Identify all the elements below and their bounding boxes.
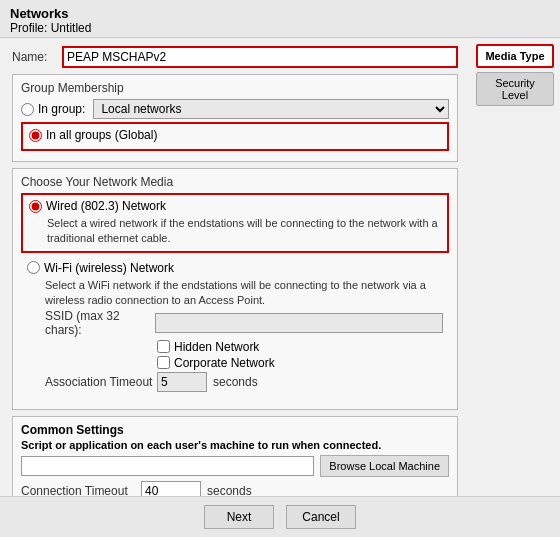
wifi-radio[interactable]: [27, 261, 40, 274]
subtitle-label: Profile:: [10, 21, 47, 35]
script-row: Browse Local Machine: [21, 455, 449, 477]
window-header: Networks Profile: Untitled: [0, 0, 560, 38]
wired-description: Select a wired network if the endstation…: [47, 216, 441, 247]
ssid-input[interactable]: [155, 313, 443, 333]
association-timeout-row: Association Timeout seconds: [45, 372, 443, 392]
wifi-option-box: Wi-Fi (wireless) Network Select a WiFi n…: [21, 257, 449, 399]
connection-timeout-row: Connection Timeout seconds: [21, 481, 449, 496]
ssid-label: SSID (max 32 chars):: [45, 309, 155, 337]
connection-timeout-input[interactable]: [141, 481, 201, 496]
common-settings-box: Common Settings Script or application on…: [12, 416, 458, 496]
media-type-tab[interactable]: Media Type: [476, 44, 554, 68]
in-group-radio[interactable]: [21, 103, 34, 116]
hidden-network-label: Hidden Network: [174, 340, 259, 354]
networks-window: Networks Profile: Untitled Name: Group M…: [0, 0, 560, 537]
wifi-label: Wi-Fi (wireless) Network: [44, 261, 174, 275]
next-button[interactable]: Next: [204, 505, 274, 529]
right-panel: Media Type Security Level: [470, 38, 560, 496]
hidden-network-checkbox[interactable]: [157, 340, 170, 353]
wifi-radio-row: Wi-Fi (wireless) Network: [27, 261, 443, 275]
name-input[interactable]: [62, 46, 458, 68]
subtitle-value: Untitled: [51, 21, 92, 35]
common-settings-title: Common Settings: [21, 423, 449, 437]
all-groups-box: In all groups (Global): [21, 122, 449, 151]
cancel-button[interactable]: Cancel: [286, 505, 356, 529]
network-media-title: Choose Your Network Media: [21, 175, 449, 189]
wired-label: Wired (802.3) Network: [46, 199, 166, 213]
wired-radio-row: Wired (802.3) Network: [29, 199, 441, 213]
left-panel: Name: Group Membership In group: Local n…: [0, 38, 470, 496]
all-groups-row: In all groups (Global): [29, 128, 441, 142]
script-input[interactable]: [21, 456, 314, 476]
main-content: Name: Group Membership In group: Local n…: [0, 38, 560, 496]
in-group-row: In group: Local networks: [21, 99, 449, 119]
name-row: Name:: [12, 46, 458, 68]
in-group-label: In group:: [38, 102, 85, 116]
association-timeout-input[interactable]: [157, 372, 207, 392]
security-level-tab[interactable]: Security Level: [476, 72, 554, 106]
association-timeout-unit: seconds: [213, 375, 258, 389]
group-membership-box: Group Membership In group: Local network…: [12, 74, 458, 162]
window-title: Networks: [10, 6, 550, 21]
wired-radio[interactable]: [29, 200, 42, 213]
group-membership-title: Group Membership: [21, 81, 449, 95]
corporate-network-row: Corporate Network: [157, 356, 443, 370]
name-label: Name:: [12, 50, 62, 64]
corporate-network-label: Corporate Network: [174, 356, 275, 370]
bottom-buttons: Next Cancel: [0, 496, 560, 537]
browse-button[interactable]: Browse Local Machine: [320, 455, 449, 477]
association-timeout-label: Association Timeout: [45, 375, 157, 389]
all-groups-label: In all groups (Global): [46, 128, 157, 142]
ssid-row: SSID (max 32 chars):: [45, 309, 443, 337]
window-subtitle: Profile: Untitled: [10, 21, 550, 35]
wifi-description: Select a WiFi network if the endstations…: [45, 278, 443, 309]
connection-timeout-label: Connection Timeout: [21, 484, 141, 496]
all-groups-radio[interactable]: [29, 129, 42, 142]
hidden-network-row: Hidden Network: [157, 340, 443, 354]
group-select[interactable]: Local networks: [93, 99, 449, 119]
corporate-network-checkbox[interactable]: [157, 356, 170, 369]
connection-timeout-unit: seconds: [207, 484, 252, 496]
script-description: Script or application on each user's mac…: [21, 439, 449, 451]
wired-option-box: Wired (802.3) Network Select a wired net…: [21, 193, 449, 253]
network-media-box: Choose Your Network Media Wired (802.3) …: [12, 168, 458, 410]
